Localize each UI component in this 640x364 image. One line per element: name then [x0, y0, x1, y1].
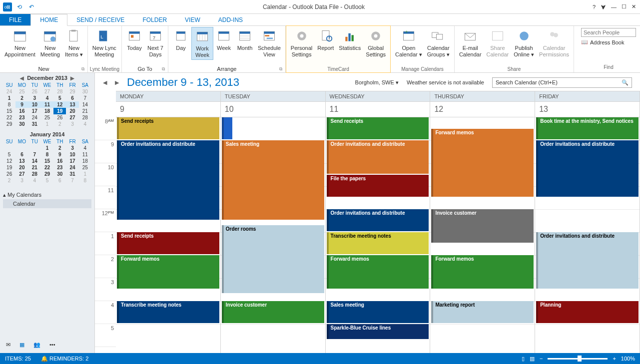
calendar-event[interactable]: Order invitations and distribute — [327, 140, 429, 174]
qat-send-receive-icon[interactable]: ⟲ — [15, 2, 24, 11]
calendar-event[interactable]: Transcribe meeting notes — [117, 301, 219, 323]
publish-online-button[interactable]: Publish Online ▾ — [511, 27, 537, 59]
calendar-event[interactable]: Forward memos — [327, 255, 429, 289]
calendar-event[interactable]: File the papers — [327, 175, 429, 197]
minical-day[interactable]: 31 — [66, 171, 78, 177]
calendar-event[interactable]: Forward memos — [117, 255, 219, 289]
day-column[interactable]: Send receiptsOrder invitations and distr… — [116, 117, 221, 353]
email-calendar-button[interactable]: E-mail Calendar — [457, 27, 484, 59]
calendar-permissions-button[interactable]: Calendar Permissions — [537, 27, 572, 59]
minical-day[interactable]: 13 — [15, 158, 28, 164]
day-column[interactable]: Book time at the ministry, Send noticesO… — [535, 117, 640, 353]
date-cell[interactable]: 10 — [221, 102, 326, 117]
minical-day[interactable]: 8 — [79, 177, 91, 184]
minical-day[interactable]: 14 — [28, 158, 41, 164]
calendar-event[interactable]: Sparkle-Blue Cruise lines — [327, 324, 429, 339]
minical-day[interactable]: 28 — [53, 88, 66, 95]
minical-day[interactable]: 30 — [79, 88, 91, 95]
report-button[interactable]: Report — [315, 27, 336, 52]
minical-day[interactable]: 20 — [66, 108, 78, 114]
prev-month-icon[interactable]: ◀ — [20, 75, 24, 81]
minical-day[interactable]: 27 — [66, 114, 78, 121]
calendar-grid[interactable]: 8AM9101112PM12345 Send receiptsOrder inv… — [95, 117, 640, 353]
minicalendar-january[interactable]: January 2014 SUMOTUWETHFRSA1234567891011… — [3, 130, 91, 184]
personal-settings-button[interactable]: Personal Settings — [288, 27, 315, 59]
my-calendars-header[interactable]: ▴ My Calendars — [3, 192, 91, 198]
minical-day[interactable]: 10 — [28, 101, 41, 108]
minical-day[interactable]: 5 — [41, 177, 53, 184]
tab-file[interactable]: FILE — [0, 14, 30, 25]
work-week-view-button[interactable]: Work Week — [191, 27, 213, 60]
new-items-button[interactable]: New Items ▾ — [62, 27, 85, 59]
calendar-event[interactable]: Order invitations and distribute — [327, 209, 429, 231]
calendar-event[interactable]: Sales meeting — [222, 140, 324, 220]
calendar-event[interactable]: Send receipts — [117, 117, 219, 139]
people-icon[interactable]: 👥 — [33, 342, 40, 348]
minical-day[interactable]: 8 — [3, 101, 15, 108]
minical-day[interactable]: 22 — [3, 114, 15, 121]
minicalendar-december[interactable]: ◀December 2013▶ SUMOTUWETHFRSA2425262728… — [3, 74, 91, 127]
minical-day[interactable]: 21 — [28, 164, 41, 171]
calendar-event[interactable] — [222, 117, 232, 139]
minical-day[interactable]: 29 — [3, 121, 15, 127]
minical-day[interactable]: 12 — [53, 101, 66, 108]
zoom-in-icon[interactable]: + — [613, 356, 616, 362]
search-people-input[interactable] — [581, 28, 636, 37]
minical-day[interactable]: 7 — [28, 151, 41, 158]
date-cell[interactable]: 13 — [535, 102, 640, 117]
calendar-event[interactable]: Order rooms — [222, 225, 324, 293]
minical-day[interactable]: 12 — [3, 158, 15, 164]
view-normal-icon[interactable]: ▯ — [522, 356, 525, 362]
minical-day[interactable]: 2 — [3, 177, 15, 184]
minical-day[interactable]: 25 — [41, 114, 53, 121]
mail-icon[interactable]: ✉ — [6, 342, 10, 348]
minical-day[interactable]: 23 — [15, 114, 28, 121]
zoom-out-icon[interactable]: − — [540, 356, 543, 362]
minical-day[interactable]: 16 — [15, 108, 28, 114]
minical-day[interactable]: 4 — [41, 95, 53, 101]
next-week-icon[interactable]: ▶ — [115, 79, 119, 86]
minical-day[interactable]: 9 — [53, 151, 66, 158]
minical-day[interactable]: 17 — [28, 108, 41, 114]
minical-day[interactable]: 15 — [41, 158, 53, 164]
minical-day[interactable]: 7 — [66, 177, 78, 184]
minical-day[interactable]: 7 — [79, 95, 91, 101]
minical-day[interactable]: 14 — [79, 101, 91, 108]
status-reminders[interactable]: 🔔 REMINDERS: 2 — [41, 356, 88, 362]
minical-day[interactable]: 24 — [28, 114, 41, 121]
new-appointment-button[interactable]: New Appointment — [2, 27, 38, 59]
minical-day[interactable] — [28, 145, 41, 151]
tab-home[interactable]: HOME — [30, 14, 67, 26]
minical-day[interactable]: 2 — [53, 121, 66, 127]
calendar-event[interactable]: Send receipts — [327, 117, 429, 139]
minical-day[interactable]: 3 — [66, 121, 78, 127]
minical-day[interactable]: 18 — [41, 108, 53, 114]
minical-day[interactable]: 3 — [28, 95, 41, 101]
minical-day[interactable]: 17 — [66, 158, 78, 164]
minical-day[interactable]: 25 — [79, 164, 91, 171]
date-cell[interactable]: 12 — [430, 102, 535, 117]
statistics-button[interactable]: Statistics — [336, 27, 363, 52]
minical-day[interactable]: 26 — [3, 171, 15, 177]
minimize-icon[interactable]: — — [611, 4, 617, 10]
search-calendar-input[interactable]: Search Calendar (Ctrl+E)🔍 — [492, 77, 632, 88]
close-icon[interactable]: ✕ — [632, 3, 636, 10]
minical-day[interactable]: 2 — [15, 95, 28, 101]
minical-day[interactable]: 11 — [41, 101, 53, 108]
address-book-button[interactable]: 📖Address Book — [581, 39, 636, 45]
minical-day[interactable]: 13 — [66, 101, 78, 108]
minical-day[interactable]: 6 — [15, 151, 28, 158]
calendar-groups-button[interactable]: Calendar Groups ▾ — [425, 27, 452, 59]
new-lync-meeting-button[interactable]: LNew Lync Meeting — [90, 27, 119, 59]
minical-day[interactable]: 28 — [79, 114, 91, 121]
global-settings-button[interactable]: Global Settings — [363, 27, 388, 59]
share-calendar-button[interactable]: Share Calendar — [484, 27, 512, 59]
calendar-event[interactable]: Forward memos — [431, 129, 534, 197]
minical-day[interactable]: 8 — [41, 151, 53, 158]
minical-day[interactable]: 19 — [53, 108, 66, 114]
day-column[interactable]: Sales meetingOrder roomsInvoice customer — [221, 117, 326, 353]
day-column[interactable]: Forward memosInvoice customerForward mem… — [430, 117, 535, 353]
week-view-button[interactable]: Week — [213, 27, 234, 52]
minical-day[interactable] — [15, 145, 28, 151]
minical-day[interactable]: 30 — [15, 121, 28, 127]
